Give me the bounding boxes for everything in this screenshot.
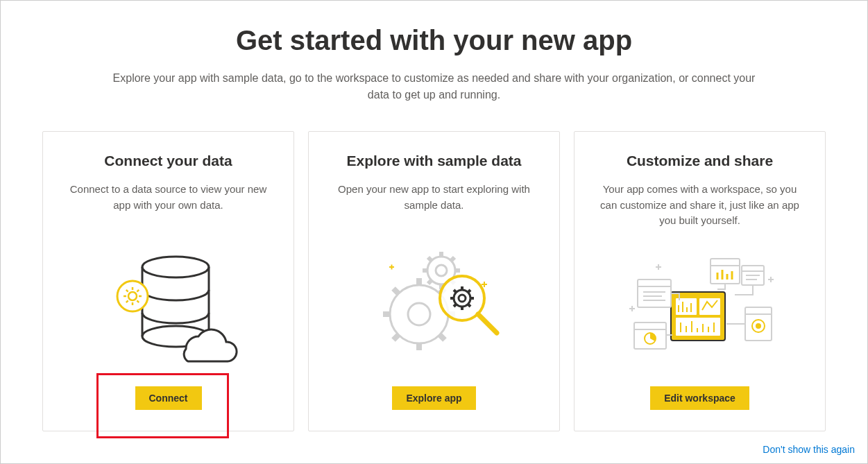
card-explore-sample: Explore with sample data Open your new a… [308,131,560,431]
svg-line-10 [393,289,398,293]
svg-line-38 [454,304,457,307]
card-customize-share: Customize and share Your app comes with … [574,131,826,431]
svg-line-36 [454,290,457,293]
svg-rect-61 [638,280,671,307]
card-connect-data: Connect your data Connect to a data sour… [42,131,294,431]
svg-point-2 [117,281,148,311]
edit-workspace-button[interactable]: Edit workspace [650,386,749,410]
svg-line-22 [428,280,432,284]
card-description: Open your new app to start exploring wit… [330,182,538,230]
card-description: Your app comes with a workspace, so you … [595,182,804,230]
database-cloud-icon [64,244,273,366]
svg-line-39 [468,290,470,293]
cards-row: Connect your data Connect to a data sour… [42,131,826,431]
card-title: Connect your data [104,153,232,169]
explore-app-button[interactable]: Explore app [392,386,475,410]
svg-line-12 [393,335,398,340]
page-subtitle: Explore your app with sample data, go to… [108,70,760,103]
card-title: Explore with sample data [346,153,521,169]
card-description: Connect to a data source to view your ne… [64,182,273,230]
svg-point-5 [408,303,430,325]
gears-magnifier-icon [330,244,538,366]
svg-line-11 [440,335,445,340]
svg-point-15 [436,265,447,276]
svg-line-29 [478,314,497,333]
svg-point-83 [756,323,761,329]
workspace-dashboard-icon [595,244,804,366]
page-title: Get started with your new app [42,25,826,56]
svg-line-23 [451,257,454,261]
svg-point-0 [142,257,209,277]
svg-line-20 [428,257,432,261]
svg-rect-70 [710,259,740,284]
connect-button[interactable]: Connect [135,386,202,410]
dont-show-again-link[interactable]: Don't show this again [763,444,855,455]
svg-line-37 [468,304,470,307]
card-title: Customize and share [627,153,773,169]
